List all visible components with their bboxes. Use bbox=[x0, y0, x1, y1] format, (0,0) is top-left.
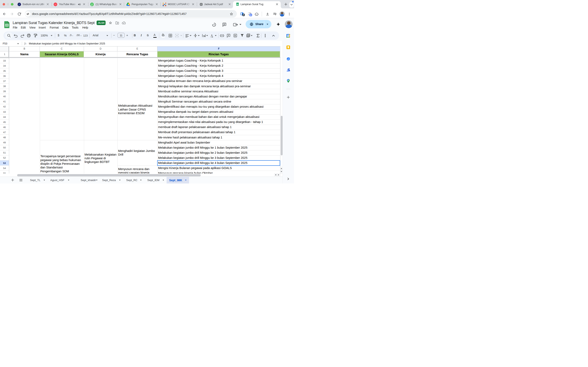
svg-text:1: 1 bbox=[91, 3, 93, 5]
svg-text:A: A bbox=[211, 34, 213, 36]
